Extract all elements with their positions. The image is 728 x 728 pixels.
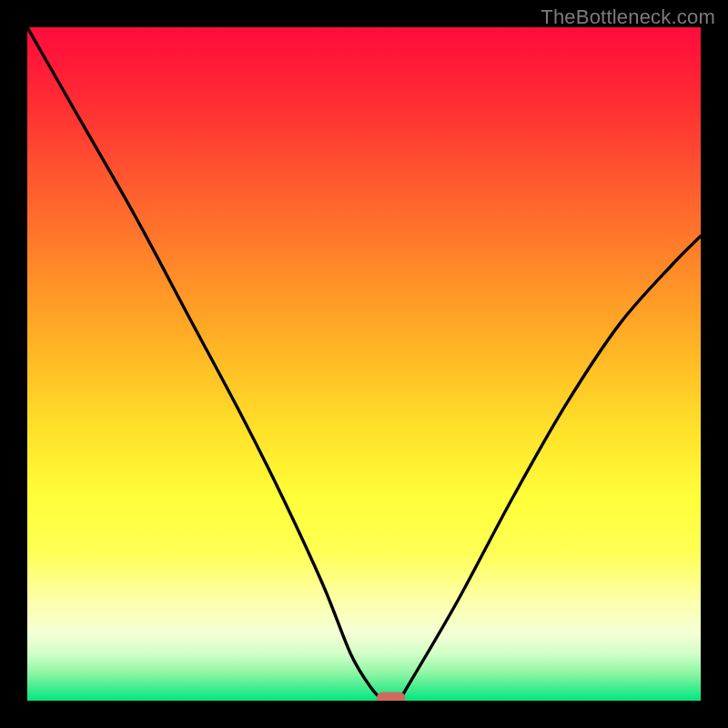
chart-frame: TheBottleneck.com	[0, 0, 728, 728]
attribution-text: TheBottleneck.com	[541, 5, 715, 29]
plot-area	[27, 27, 701, 701]
curve-overlay	[27, 27, 701, 701]
minimum-marker	[377, 693, 405, 701]
bottleneck-curve	[27, 27, 701, 701]
